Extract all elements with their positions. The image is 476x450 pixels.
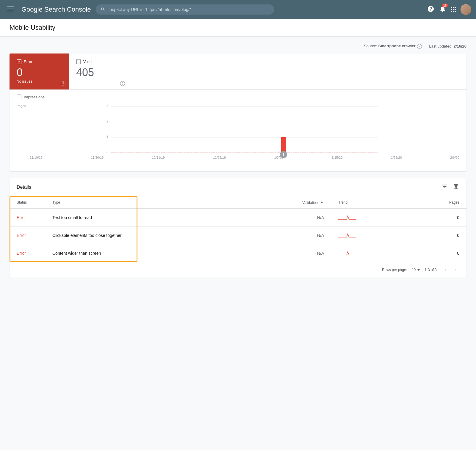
rows-per-page-value: 10	[412, 268, 416, 272]
svg-text:1: 1	[107, 135, 108, 139]
col-pages: Pages	[408, 196, 466, 209]
trend-sparkline-0	[338, 213, 356, 221]
help-icon[interactable]	[427, 5, 434, 14]
row-0-type: Text too small to read	[45, 209, 245, 226]
table-row[interactable]: Error Content wider than screen N/A 0	[10, 244, 466, 262]
row-1-validation: N/A	[245, 226, 331, 244]
search-bar[interactable]	[96, 4, 274, 15]
col-validation: Validation	[245, 196, 331, 209]
chart-y-axis-label: Pages	[17, 104, 26, 108]
svg-text:0: 0	[107, 150, 108, 154]
download-icon[interactable]	[453, 183, 459, 191]
rows-per-page-label: Rows per page:	[382, 268, 407, 272]
trend-sparkline-1	[338, 231, 356, 238]
prev-page-button[interactable]	[441, 266, 450, 274]
app-title: Google Search Console	[21, 6, 91, 13]
row-1-pages: 0	[408, 226, 466, 244]
impressions-toggle[interactable]: Impressions	[17, 95, 459, 99]
svg-rect-2	[7, 11, 14, 11]
row-0-validation: N/A	[245, 209, 331, 226]
rows-per-page-chevron	[417, 269, 420, 271]
x-label-6: 1/26/20	[391, 156, 402, 159]
chart-svg: 3 2 1 0 3	[30, 104, 459, 155]
error-tile[interactable]: Error 0 No issues ?	[10, 54, 69, 90]
source-value: Smartphone crawler	[378, 44, 416, 48]
source-info-icon[interactable]: ?	[417, 44, 422, 49]
svg-rect-1	[7, 9, 14, 9]
next-page-button[interactable]	[451, 266, 459, 274]
source-info: Source: Smartphone crawler ? Last update…	[10, 44, 466, 49]
validation-sort-icon[interactable]	[320, 200, 324, 204]
notification-badge: 18	[442, 4, 448, 7]
x-label-5: 1/15/20	[332, 156, 343, 159]
apps-icon[interactable]	[451, 7, 456, 12]
page-title: Mobile Usability	[10, 24, 466, 32]
chart-x-labels: 11/19/19 11/30/19 12/11/19 12/22/19 1/3/…	[30, 156, 459, 159]
last-updated-label: Last updated: 2/16/20	[429, 44, 466, 48]
row-2-validation: N/A	[245, 244, 331, 262]
svg-text:2: 2	[107, 119, 108, 123]
svg-rect-0	[7, 7, 14, 7]
app-header: Google Search Console 18	[0, 0, 476, 19]
details-table: Status Type Validation Trend Pages	[10, 196, 466, 262]
valid-label: Valid	[83, 59, 92, 64]
col-trend: Trend	[331, 196, 408, 209]
x-label-3: 12/22/19	[213, 156, 226, 159]
rows-per-page-select[interactable]: 10	[412, 268, 420, 272]
row-2-pages: 0	[408, 244, 466, 262]
main-card: Error 0 No issues ? Valid 405 ?	[10, 54, 466, 171]
impressions-checkbox[interactable]	[17, 95, 21, 99]
table-row[interactable]: Error Clickable elements too close toget…	[10, 226, 466, 244]
error-tile-header: Error	[17, 59, 62, 64]
row-2-type: Content wider than screen	[45, 244, 245, 262]
valid-tile-header: Valid	[76, 59, 121, 64]
row-0-trend	[331, 209, 408, 226]
error-checkbox[interactable]	[17, 59, 21, 64]
trend-sparkline-2	[338, 249, 356, 256]
valid-tile[interactable]: Valid 405 ?	[69, 54, 129, 90]
row-1-status: Error	[10, 226, 45, 244]
search-icon	[101, 7, 106, 12]
table-row[interactable]: Error Text too small to read N/A 0	[10, 209, 466, 226]
search-input[interactable]	[109, 7, 270, 12]
valid-checkbox[interactable]	[76, 59, 81, 64]
table-header-row: Status Type Validation Trend Pages	[10, 196, 466, 209]
error-label: Error	[24, 59, 32, 64]
main-content: Source: Smartphone crawler ? Last update…	[0, 37, 476, 285]
row-1-type: Clickable elements too close together	[45, 226, 245, 244]
header-actions: 18	[427, 4, 471, 15]
valid-count: 405	[76, 67, 121, 78]
x-label-0: 11/19/19	[30, 156, 43, 159]
pagination-nav	[441, 266, 459, 274]
row-0-status: Error	[10, 209, 45, 226]
table-body: Error Text too small to read N/A 0 Error…	[10, 209, 466, 262]
chart-section: Impressions Pages 3 2 1 0	[10, 90, 466, 171]
filter-icon[interactable]	[441, 183, 448, 191]
x-label-7: 2/6/20	[450, 156, 459, 159]
svg-text:3: 3	[107, 104, 108, 108]
x-label-1: 11/30/19	[91, 156, 104, 159]
details-actions	[441, 183, 459, 191]
last-updated-value: 2/16/20	[454, 44, 466, 48]
pagination-range: 1-3 of 3	[425, 268, 437, 272]
notification-icon[interactable]: 18	[439, 5, 446, 14]
details-header: Details	[10, 178, 466, 196]
x-label-2: 12/11/19	[152, 156, 165, 159]
source-label: Source: Smartphone crawler ?	[364, 44, 422, 49]
chart-bar	[281, 137, 286, 153]
menu-icon[interactable]	[5, 3, 17, 16]
row-0-pages: 0	[408, 209, 466, 226]
impressions-label: Impressions	[24, 95, 45, 99]
valid-help[interactable]: ?	[120, 81, 125, 86]
row-1-trend	[331, 226, 408, 244]
col-status: Status	[10, 196, 45, 209]
page-title-bar: Mobile Usability	[0, 19, 476, 37]
error-count: 0	[17, 67, 62, 78]
details-card: Details	[10, 178, 466, 278]
error-help[interactable]: ?	[60, 81, 65, 86]
col-type: Type	[45, 196, 245, 209]
table-wrapper: Status Type Validation Trend Pages	[10, 196, 466, 262]
status-tiles: Error 0 No issues ? Valid 405 ?	[10, 54, 466, 90]
error-subtitle: No issues	[17, 79, 62, 84]
user-avatar[interactable]	[461, 4, 471, 15]
